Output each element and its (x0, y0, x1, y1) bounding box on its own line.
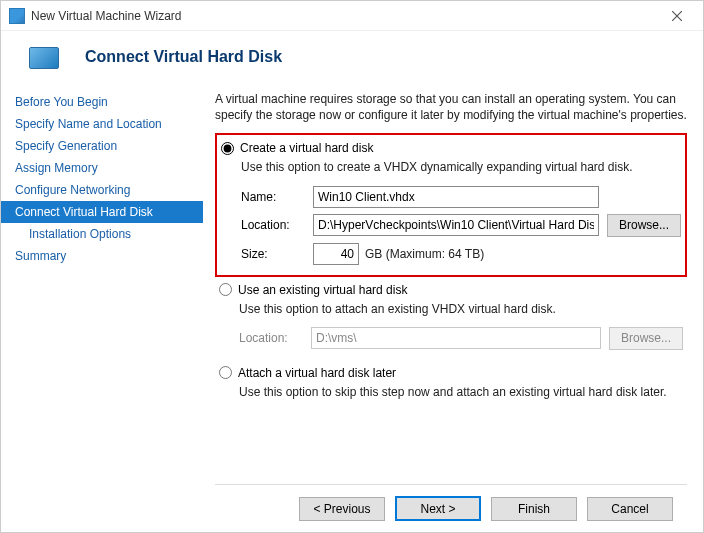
name-input[interactable] (313, 186, 599, 208)
existing-location-label: Location: (239, 331, 303, 345)
step-before-you-begin[interactable]: Before You Begin (1, 91, 203, 113)
close-button[interactable] (659, 4, 695, 28)
step-configure-networking[interactable]: Configure Networking (1, 179, 203, 201)
step-assign-memory[interactable]: Assign Memory (1, 157, 203, 179)
option-attach-later: Attach a virtual hard disk later Use thi… (215, 360, 687, 420)
page-header: Connect Virtual Hard Disk (1, 31, 703, 87)
close-icon (672, 11, 682, 21)
radio-create-vhd[interactable] (221, 142, 234, 155)
step-specify-name[interactable]: Specify Name and Location (1, 113, 203, 135)
app-icon (9, 8, 25, 24)
option-existing-desc: Use this option to attach an existing VH… (239, 301, 683, 317)
existing-location-input: D:\vms\ (311, 327, 601, 349)
wizard-icon (29, 47, 59, 69)
radio-attach-later[interactable] (219, 366, 232, 379)
size-label: Size: (241, 247, 305, 261)
wizard-steps: Before You Begin Specify Name and Locati… (1, 87, 203, 532)
option-existing-vhd: Use an existing virtual hard disk Use th… (215, 277, 687, 360)
titlebar: New Virtual Machine Wizard (1, 1, 703, 31)
step-summary[interactable]: Summary (1, 245, 203, 267)
footer-buttons: < Previous Next > Finish Cancel (215, 484, 687, 532)
intro-text: A virtual machine requires storage so th… (215, 91, 687, 123)
size-input[interactable] (313, 243, 359, 265)
page-title: Connect Virtual Hard Disk (85, 48, 282, 66)
step-connect-vhd[interactable]: Connect Virtual Hard Disk (1, 201, 203, 223)
option-create-vhd: Create a virtual hard disk Use this opti… (215, 133, 687, 276)
wizard-window: New Virtual Machine Wizard Connect Virtu… (0, 0, 704, 533)
radio-create-label: Create a virtual hard disk (240, 141, 373, 155)
existing-browse-button: Browse... (609, 327, 683, 350)
radio-later-label: Attach a virtual hard disk later (238, 366, 396, 380)
option-later-desc: Use this option to skip this step now an… (239, 384, 683, 400)
step-specify-generation[interactable]: Specify Generation (1, 135, 203, 157)
previous-button[interactable]: < Previous (299, 497, 385, 521)
cancel-button[interactable]: Cancel (587, 497, 673, 521)
finish-button[interactable]: Finish (491, 497, 577, 521)
name-label: Name: (241, 190, 305, 204)
browse-button[interactable]: Browse... (607, 214, 681, 237)
radio-existing-label: Use an existing virtual hard disk (238, 283, 407, 297)
step-installation-options[interactable]: Installation Options (1, 223, 203, 245)
option-create-desc: Use this option to create a VHDX dynamic… (241, 159, 681, 175)
window-title: New Virtual Machine Wizard (31, 9, 659, 23)
location-input[interactable] (313, 214, 599, 236)
content-pane: A virtual machine requires storage so th… (203, 87, 703, 532)
radio-existing-vhd[interactable] (219, 283, 232, 296)
next-button[interactable]: Next > (395, 496, 481, 521)
location-label: Location: (241, 218, 305, 232)
size-hint: GB (Maximum: 64 TB) (365, 247, 484, 261)
